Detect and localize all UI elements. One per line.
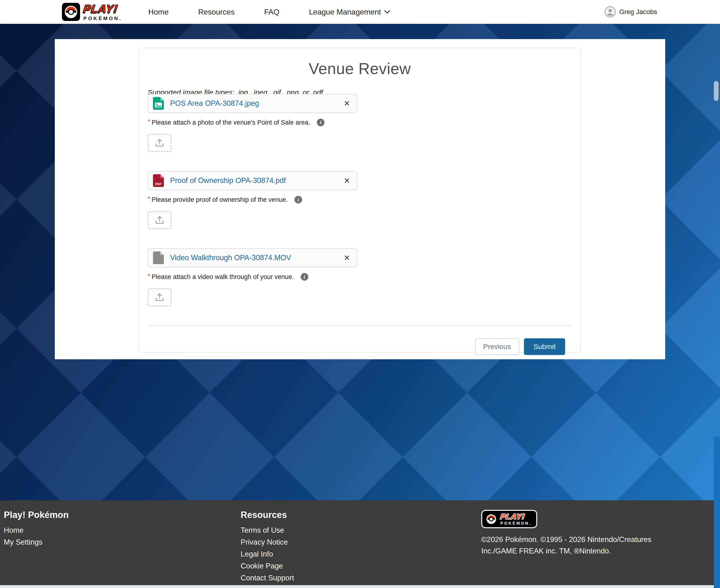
logo-play-text: PLAY!	[83, 3, 123, 14]
svg-text:PDF: PDF	[155, 182, 162, 186]
remove-attachment-button[interactable]: ×	[337, 94, 357, 112]
nav-home-label: Home	[148, 8, 168, 17]
required-marker: *	[148, 195, 150, 203]
remove-attachment-button[interactable]: ×	[337, 171, 357, 190]
info-icon[interactable]: i	[295, 196, 302, 204]
nav-home[interactable]: Home	[148, 8, 168, 17]
logo-play-text: PLAY!	[500, 513, 532, 520]
user-name: Greg Jacobs	[619, 8, 657, 16]
image-file-icon	[153, 97, 164, 110]
footer-column-resources: Resources Terms of Use Privacy Notice Le…	[241, 510, 481, 585]
nav-resources-label: Resources	[198, 8, 235, 17]
page-title: Venue Review	[148, 60, 572, 78]
pokeball-icon	[62, 3, 80, 21]
attachment-chip: Video Walkthrough OPA-30874.MOV ×	[148, 248, 357, 267]
nav-league-management-label: League Management	[309, 8, 381, 17]
requirement-text: Please attach a video walk through of yo…	[151, 273, 294, 281]
pokeball-icon	[485, 513, 497, 525]
upload-dropzone[interactable]	[148, 211, 172, 229]
logo-pokemon-text: POKÉMON.	[83, 16, 122, 21]
upload-dropzone[interactable]	[148, 134, 172, 152]
upload-dropzone[interactable]	[148, 288, 172, 307]
upload-icon	[155, 139, 164, 147]
required-marker: *	[148, 118, 150, 125]
page-background: Venue Review Supported image file types:…	[0, 24, 720, 500]
requirement-row: * Please attach a photo of the venue's P…	[148, 119, 572, 126]
info-icon[interactable]: i	[301, 273, 308, 281]
play-pokemon-footer-logo[interactable]: PLAY! POKÉMON.	[481, 510, 537, 528]
nav-faq-label: FAQ	[264, 8, 279, 17]
requirement-text: Please attach a photo of the venue's Poi…	[151, 119, 310, 126]
attachment-chip: PDF Proof of Ownership OPA-30874.pdf ×	[148, 171, 357, 190]
nav-resources[interactable]: Resources	[198, 8, 235, 17]
footer-column-play-pokemon: Play! Pokémon Home My Settings	[0, 510, 241, 585]
footer-link-privacy-notice[interactable]: Privacy Notice	[241, 538, 481, 546]
attachment-filename[interactable]: Proof of Ownership OPA-30874.pdf	[170, 176, 286, 185]
vertical-scrollbar-thumb[interactable]	[714, 81, 719, 101]
footer-link-terms-of-use[interactable]: Terms of Use	[241, 526, 481, 534]
requirement-row: * Please attach a video walk through of …	[148, 273, 572, 281]
footer-link-contact-support[interactable]: Contact Support	[241, 574, 481, 582]
upload-icon	[155, 216, 164, 225]
footer-column-brand: PLAY! POKÉMON. ©2026 Pokémon. ©1995 - 20…	[481, 510, 720, 585]
venue-review-card: Venue Review Supported image file types:…	[139, 48, 581, 353]
required-marker: *	[148, 272, 150, 280]
main-nav: Home Resources FAQ League Management	[148, 8, 390, 17]
play-pokemon-logo[interactable]: PLAY! POKÉMON.	[62, 3, 122, 21]
vertical-scrollbar-track	[714, 437, 720, 588]
copyright-text: ©2026 Pokémon. ©1995 - 2026 Nintendo/Cre…	[481, 534, 653, 557]
previous-button[interactable]: Previous	[475, 338, 519, 355]
upload-icon	[155, 293, 164, 302]
requirement-row: * Please provide proof of ownership of t…	[148, 196, 572, 204]
footer-link-cookie-page[interactable]: Cookie Page	[241, 562, 481, 570]
footer-heading: Resources	[241, 510, 481, 520]
page-footer: Play! Pokémon Home My Settings Resources…	[0, 500, 720, 585]
horizontal-scrollbar[interactable]	[0, 585, 720, 588]
generic-file-icon	[153, 251, 164, 264]
user-menu[interactable]: Greg Jacobs	[605, 6, 657, 18]
submit-button[interactable]: Submit	[524, 338, 565, 355]
footer-link-legal-info[interactable]: Legal Info	[241, 550, 481, 558]
footer-link-home[interactable]: Home	[4, 526, 241, 534]
top-navbar: PLAY! POKÉMON. Home Resources FAQ League…	[0, 0, 720, 24]
attachment-chip: POS Area OPA-30874.jpeg ×	[148, 94, 357, 113]
info-icon[interactable]: i	[317, 119, 324, 126]
avatar-icon	[605, 6, 616, 18]
pdf-file-icon: PDF	[153, 174, 164, 187]
requirement-text: Please provide proof of ownership of the…	[151, 196, 288, 204]
footer-heading: Play! Pokémon	[4, 510, 241, 520]
nav-league-management[interactable]: League Management	[309, 8, 390, 17]
remove-attachment-button[interactable]: ×	[337, 249, 357, 267]
divider	[148, 326, 572, 326]
upload-group-proof-of-ownership: PDF Proof of Ownership OPA-30874.pdf × *…	[148, 171, 572, 229]
content-panel: Venue Review Supported image file types:…	[55, 39, 665, 359]
upload-group-pos-area: POS Area OPA-30874.jpeg × * Please attac…	[148, 94, 572, 152]
footer-link-my-settings[interactable]: My Settings	[4, 538, 241, 546]
attachment-filename[interactable]: POS Area OPA-30874.jpeg	[170, 99, 259, 108]
attachment-filename[interactable]: Video Walkthrough OPA-30874.MOV	[170, 253, 291, 262]
upload-group-video-walkthrough: Video Walkthrough OPA-30874.MOV × * Plea…	[148, 248, 572, 307]
chevron-down-icon	[384, 10, 390, 14]
nav-faq[interactable]: FAQ	[264, 8, 279, 17]
form-actions: Previous Submit	[148, 338, 572, 355]
logo-pokemon-text: POKÉMON.	[500, 521, 532, 525]
